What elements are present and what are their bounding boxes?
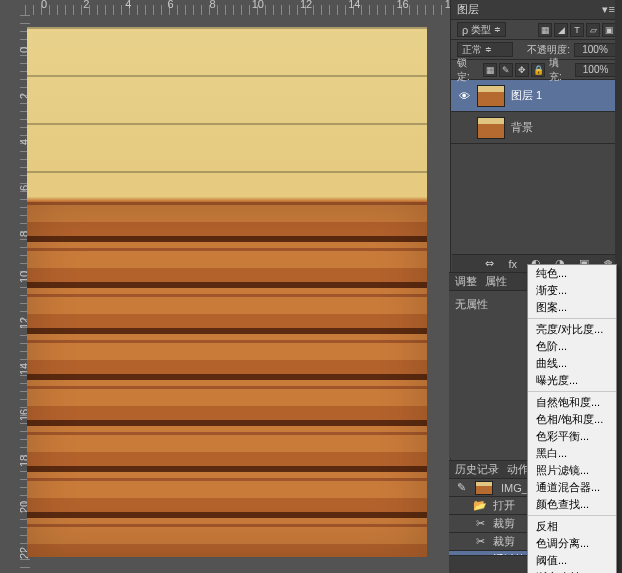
adjustment-menu-item[interactable]: 阈值...	[528, 552, 616, 569]
adjustment-menu-item[interactable]: 纯色...	[528, 265, 616, 282]
adjustment-menu-item[interactable]: 色相/饱和度...	[528, 411, 616, 428]
lock-label: 锁定:	[457, 56, 479, 84]
adjustment-menu-item[interactable]: 色调分离...	[528, 535, 616, 552]
filter-option[interactable]: ◢	[554, 23, 568, 37]
history-step-label: 裁剪	[493, 516, 515, 531]
adjustment-menu-item[interactable]: 曝光度...	[528, 372, 616, 389]
lock-option[interactable]: ✎	[499, 63, 513, 77]
adjustment-menu-item[interactable]: 反相	[528, 518, 616, 535]
filter-option[interactable]: ▣	[602, 23, 616, 37]
filter-kind-dropdown[interactable]: ρ 类型 ≑	[457, 22, 506, 37]
layer-name-label[interactable]: 背景	[511, 120, 533, 135]
adjustment-menu-item[interactable]: 颜色查找...	[528, 496, 616, 513]
adjustment-menu-item[interactable]: 渐变映射...	[528, 569, 616, 573]
history-step-icon: ✂	[473, 535, 487, 548]
history-step-icon: ✂	[473, 517, 487, 530]
properties-tab[interactable]: 属性	[485, 274, 507, 289]
visibility-eye-icon[interactable]	[457, 121, 471, 135]
filter-option[interactable]: ▦	[538, 23, 552, 37]
lock-option[interactable]: ▦	[483, 63, 497, 77]
layers-lock-row: 锁定: ▦✎✥🔒 填充: 100%	[451, 60, 622, 80]
properties-body: 无属性	[449, 291, 535, 318]
lock-option[interactable]: 🔒	[531, 63, 545, 77]
filter-option[interactable]: ▱	[586, 23, 600, 37]
properties-panel-header: 调整 属性	[449, 273, 535, 291]
adjustment-menu-item[interactable]: 自然饱和度...	[528, 394, 616, 411]
toolbar	[0, 0, 15, 573]
filter-option[interactable]: T	[570, 23, 584, 37]
layer-thumb[interactable]	[477, 85, 505, 107]
adjustment-menu-item[interactable]: 亮度/对比度...	[528, 321, 616, 338]
visibility-eye-icon[interactable]: 👁	[457, 89, 471, 103]
adjustment-menu-item[interactable]: 色彩平衡...	[528, 428, 616, 445]
layer-row[interactable]: 👁图层 1	[451, 80, 622, 112]
history-doc-thumb	[475, 481, 493, 495]
fill-label: 填充:	[549, 56, 571, 84]
layers-footer-icon[interactable]: fx	[508, 258, 517, 270]
layers-tab[interactable]: 图层	[457, 2, 479, 17]
layers-panel: 图层 ▾≡ ρ 类型 ≑ ▦◢T▱▣ 正常 ≑ 不透明度: 100% 锁定: ▦…	[451, 0, 622, 265]
properties-panel: 调整 属性 无属性	[449, 272, 535, 458]
history-step-icon: 📂	[473, 499, 487, 512]
canvas-image-pipes	[27, 202, 427, 557]
adjustment-menu-item[interactable]: 曲线...	[528, 355, 616, 372]
layer-thumb[interactable]	[477, 117, 505, 139]
layer-list: 👁图层 1背景	[451, 80, 622, 144]
fill-value[interactable]: 100%	[575, 63, 616, 77]
actions-tab[interactable]: 动作	[507, 462, 529, 477]
brush-icon: ✎	[455, 481, 467, 494]
adjustment-menu-item[interactable]: 渐变...	[528, 282, 616, 299]
history-step-label: 裁剪	[493, 534, 515, 549]
menu-separator	[528, 515, 616, 516]
history-tab[interactable]: 历史记录	[455, 462, 499, 477]
adjustment-menu-item[interactable]: 通道混合器...	[528, 479, 616, 496]
layer-row[interactable]: 背景	[451, 112, 622, 144]
panel-menu-icon[interactable]: ▾≡	[602, 3, 616, 16]
adjustment-menu-item[interactable]: 黑白...	[528, 445, 616, 462]
adjustments-tab[interactable]: 调整	[455, 274, 477, 289]
opacity-label: 不透明度:	[527, 43, 570, 57]
adjustment-menu-item[interactable]: 图案...	[528, 299, 616, 316]
adjustment-menu-item[interactable]: 色阶...	[528, 338, 616, 355]
opacity-value[interactable]: 100%	[574, 43, 616, 57]
layer-name-label[interactable]: 图层 1	[511, 88, 542, 103]
layers-filter-row: ρ 类型 ≑ ▦◢T▱▣	[451, 20, 622, 40]
history-doc-name: IMG_	[501, 482, 528, 494]
adjustment-layer-menu: 纯色...渐变...图案...亮度/对比度...色阶...曲线...曝光度...…	[527, 264, 617, 573]
layers-panel-header: 图层 ▾≡	[451, 0, 622, 20]
adjustment-menu-item[interactable]: 照片滤镜...	[528, 462, 616, 479]
menu-separator	[528, 318, 616, 319]
lock-option[interactable]: ✥	[515, 63, 529, 77]
layers-footer-icon[interactable]: ⇔	[485, 257, 494, 270]
menu-separator	[528, 391, 616, 392]
history-step-label: 打开	[493, 498, 515, 513]
canvas[interactable]	[27, 27, 427, 557]
